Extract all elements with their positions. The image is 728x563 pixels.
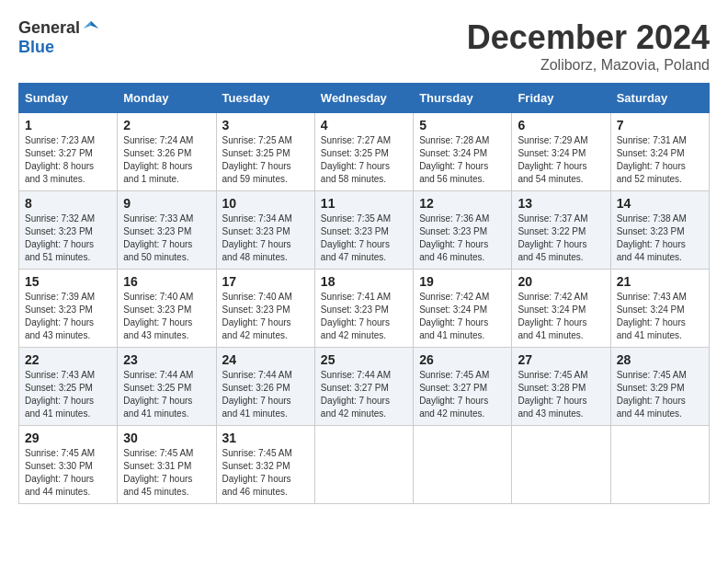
day-info: Sunrise: 7:31 AMSunset: 3:24 PMDaylight:… — [617, 134, 703, 186]
calendar-cell: 29Sunrise: 7:45 AMSunset: 3:30 PMDayligh… — [19, 426, 118, 504]
day-number: 24 — [222, 352, 309, 367]
calendar-cell: 27Sunrise: 7:45 AMSunset: 3:28 PMDayligh… — [512, 348, 610, 426]
calendar-cell: 2Sunrise: 7:24 AMSunset: 3:26 PMDaylight… — [118, 113, 216, 191]
day-number: 9 — [123, 196, 210, 211]
day-info: Sunrise: 7:42 AMSunset: 3:24 PMDaylight:… — [419, 291, 506, 342]
logo-blue-text: Blue — [18, 38, 54, 57]
column-header-tuesday: Tuesday — [216, 84, 314, 113]
calendar-cell: 18Sunrise: 7:41 AMSunset: 3:23 PMDayligh… — [314, 270, 413, 348]
calendar-cell: 12Sunrise: 7:36 AMSunset: 3:23 PMDayligh… — [414, 191, 512, 270]
day-number: 15 — [25, 274, 111, 289]
logo-general-text: General — [18, 18, 80, 38]
header: General Blue December 2024 Zoliborz, Maz… — [18, 18, 710, 74]
calendar-cell: 7Sunrise: 7:31 AMSunset: 3:24 PMDaylight… — [610, 113, 709, 191]
calendar-table: SundayMondayTuesdayWednesdayThursdayFrid… — [18, 83, 710, 504]
day-info: Sunrise: 7:40 AMSunset: 3:23 PMDaylight:… — [222, 291, 309, 342]
calendar-cell: 25Sunrise: 7:44 AMSunset: 3:27 PMDayligh… — [314, 348, 413, 426]
column-header-monday: Monday — [118, 84, 216, 113]
calendar-cell: 23Sunrise: 7:44 AMSunset: 3:25 PMDayligh… — [118, 348, 216, 426]
day-number: 21 — [617, 274, 703, 289]
day-info: Sunrise: 7:34 AMSunset: 3:23 PMDaylight:… — [222, 213, 309, 264]
calendar-cell: 11Sunrise: 7:35 AMSunset: 3:23 PMDayligh… — [314, 191, 413, 270]
calendar-cell: 8Sunrise: 7:32 AMSunset: 3:23 PMDaylight… — [19, 191, 118, 270]
calendar-cell: 20Sunrise: 7:42 AMSunset: 3:24 PMDayligh… — [512, 270, 610, 348]
day-info: Sunrise: 7:45 AMSunset: 3:31 PMDaylight:… — [123, 447, 210, 499]
calendar-cell: 19Sunrise: 7:42 AMSunset: 3:24 PMDayligh… — [414, 270, 512, 348]
day-info: Sunrise: 7:45 AMSunset: 3:32 PMDaylight:… — [222, 447, 309, 499]
day-info: Sunrise: 7:43 AMSunset: 3:25 PMDaylight:… — [25, 369, 111, 420]
day-number: 11 — [321, 196, 407, 211]
day-info: Sunrise: 7:25 AMSunset: 3:25 PMDaylight:… — [222, 134, 309, 186]
calendar-cell: 24Sunrise: 7:44 AMSunset: 3:26 PMDayligh… — [216, 348, 314, 426]
calendar-cell: 21Sunrise: 7:43 AMSunset: 3:24 PMDayligh… — [610, 270, 709, 348]
day-info: Sunrise: 7:29 AMSunset: 3:24 PMDaylight:… — [518, 134, 604, 186]
calendar-cell: 30Sunrise: 7:45 AMSunset: 3:31 PMDayligh… — [118, 426, 216, 504]
day-number: 13 — [518, 196, 604, 211]
day-number: 10 — [222, 196, 309, 211]
calendar-cell: 13Sunrise: 7:37 AMSunset: 3:22 PMDayligh… — [512, 191, 610, 270]
day-info: Sunrise: 7:41 AMSunset: 3:23 PMDaylight:… — [321, 291, 407, 342]
calendar-week-row: 29Sunrise: 7:45 AMSunset: 3:30 PMDayligh… — [19, 426, 710, 504]
day-number: 20 — [518, 274, 604, 289]
day-number: 29 — [25, 431, 111, 445]
day-number: 12 — [419, 196, 506, 211]
calendar-cell — [610, 426, 709, 504]
day-number: 4 — [321, 118, 407, 132]
calendar-cell: 31Sunrise: 7:45 AMSunset: 3:32 PMDayligh… — [216, 426, 314, 504]
calendar-week-row: 1Sunrise: 7:23 AMSunset: 3:27 PMDaylight… — [19, 113, 710, 191]
calendar-cell: 26Sunrise: 7:45 AMSunset: 3:27 PMDayligh… — [414, 348, 512, 426]
calendar-cell: 3Sunrise: 7:25 AMSunset: 3:25 PMDaylight… — [216, 113, 314, 191]
day-number: 22 — [25, 352, 111, 367]
day-info: Sunrise: 7:35 AMSunset: 3:23 PMDaylight:… — [321, 213, 407, 264]
day-info: Sunrise: 7:44 AMSunset: 3:26 PMDaylight:… — [222, 369, 309, 420]
day-number: 8 — [25, 196, 111, 211]
day-number: 28 — [617, 352, 703, 367]
day-info: Sunrise: 7:45 AMSunset: 3:27 PMDaylight:… — [419, 369, 506, 420]
column-header-sunday: Sunday — [19, 84, 118, 113]
calendar-cell — [414, 426, 512, 504]
calendar-cell: 4Sunrise: 7:27 AMSunset: 3:25 PMDaylight… — [314, 113, 413, 191]
day-info: Sunrise: 7:24 AMSunset: 3:26 PMDaylight:… — [123, 134, 210, 186]
day-number: 26 — [419, 352, 506, 367]
calendar-cell — [512, 426, 610, 504]
day-info: Sunrise: 7:37 AMSunset: 3:22 PMDaylight:… — [518, 213, 604, 264]
month-title: December 2024 — [467, 18, 710, 57]
calendar-cell: 28Sunrise: 7:45 AMSunset: 3:29 PMDayligh… — [610, 348, 709, 426]
column-header-saturday: Saturday — [610, 84, 709, 113]
day-info: Sunrise: 7:45 AMSunset: 3:29 PMDaylight:… — [617, 369, 703, 420]
day-number: 7 — [617, 118, 703, 132]
column-header-friday: Friday — [512, 84, 610, 113]
day-info: Sunrise: 7:28 AMSunset: 3:24 PMDaylight:… — [419, 134, 506, 186]
day-info: Sunrise: 7:33 AMSunset: 3:23 PMDaylight:… — [123, 213, 210, 264]
day-number: 6 — [518, 118, 604, 132]
day-number: 23 — [123, 352, 210, 367]
day-info: Sunrise: 7:36 AMSunset: 3:23 PMDaylight:… — [419, 213, 506, 264]
day-number: 25 — [321, 352, 407, 367]
day-info: Sunrise: 7:45 AMSunset: 3:28 PMDaylight:… — [518, 369, 604, 420]
calendar-cell: 15Sunrise: 7:39 AMSunset: 3:23 PMDayligh… — [19, 270, 118, 348]
day-number: 3 — [222, 118, 309, 132]
day-info: Sunrise: 7:43 AMSunset: 3:24 PMDaylight:… — [617, 291, 703, 342]
calendar-cell: 9Sunrise: 7:33 AMSunset: 3:23 PMDaylight… — [118, 191, 216, 270]
day-number: 17 — [222, 274, 309, 289]
day-number: 1 — [25, 118, 111, 132]
calendar-cell: 22Sunrise: 7:43 AMSunset: 3:25 PMDayligh… — [19, 348, 118, 426]
calendar-cell: 14Sunrise: 7:38 AMSunset: 3:23 PMDayligh… — [610, 191, 709, 270]
day-number: 19 — [419, 274, 506, 289]
day-info: Sunrise: 7:39 AMSunset: 3:23 PMDaylight:… — [25, 291, 111, 342]
day-info: Sunrise: 7:27 AMSunset: 3:25 PMDaylight:… — [321, 134, 407, 186]
calendar-header-row: SundayMondayTuesdayWednesdayThursdayFrid… — [19, 84, 710, 113]
calendar-week-row: 15Sunrise: 7:39 AMSunset: 3:23 PMDayligh… — [19, 270, 710, 348]
day-number: 16 — [123, 274, 210, 289]
calendar-cell: 6Sunrise: 7:29 AMSunset: 3:24 PMDaylight… — [512, 113, 610, 191]
day-number: 18 — [321, 274, 407, 289]
day-info: Sunrise: 7:32 AMSunset: 3:23 PMDaylight:… — [25, 213, 111, 264]
day-number: 27 — [518, 352, 604, 367]
day-number: 5 — [419, 118, 506, 132]
location-title: Zoliborz, Mazovia, Poland — [467, 57, 710, 74]
logo: General Blue — [18, 18, 100, 57]
calendar-cell: 16Sunrise: 7:40 AMSunset: 3:23 PMDayligh… — [118, 270, 216, 348]
day-info: Sunrise: 7:40 AMSunset: 3:23 PMDaylight:… — [123, 291, 210, 342]
day-number: 30 — [123, 431, 210, 445]
day-info: Sunrise: 7:42 AMSunset: 3:24 PMDaylight:… — [518, 291, 604, 342]
